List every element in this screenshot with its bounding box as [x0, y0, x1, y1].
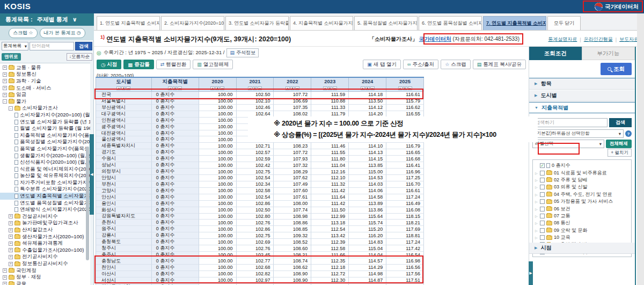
panel-collapse-handle[interactable]: ▶: [529, 261, 533, 285]
to-top-button[interactable]: 맨위로: [2, 53, 21, 61]
tree-expander-icon[interactable]: +: [9, 235, 13, 239]
table-row[interactable]: 경기도0 총지수100.00102.57107.72111.55114.1311…: [96, 149, 424, 156]
copy-share-button[interactable]: ▤통계표 복사/공유: [473, 60, 526, 69]
table-row[interactable]: 안산시0 총지수100.00102.54107.61111.64114.5811…: [96, 194, 424, 201]
tab-sheet-4[interactable]: 4. 지출목적별 소비자물가지수(…✕: [290, 16, 353, 30]
table-row[interactable]: 강릉시0 총지수100.00102.75109.32113.42116.2011…: [96, 232, 424, 239]
table-row[interactable]: 충청남도0 총지수100.00102.77108.74112.35114.571…: [96, 258, 424, 265]
tab-sheet-3[interactable]: 3. 연도별 소비자물가 등락률✕: [225, 16, 289, 30]
checkbox[interactable]: [540, 221, 545, 225]
checkbox[interactable]: [540, 214, 545, 218]
checkbox-checked[interactable]: ✓: [540, 163, 545, 168]
tree-item[interactable]: +과학 · 기술: [0, 78, 90, 85]
header-year-2020[interactable]: 2020▲▼▬: [199, 78, 237, 92]
table-row[interactable]: 세종특별자치시0 총지수100.00102.71108.23111.46114.…: [96, 143, 424, 149]
press-release-link[interactable]: 보도자료: [619, 36, 639, 43]
tree-item[interactable]: +전기공사비지수: [0, 254, 90, 261]
tree-expander-icon[interactable]: +: [3, 282, 7, 285]
checkbox[interactable]: [540, 207, 545, 211]
tree-expander-icon[interactable]: +: [3, 72, 7, 77]
sort-asc-icon[interactable]: ▲: [116, 86, 121, 90]
word-search-input[interactable]: 단어검색: [30, 42, 74, 50]
purpose-checkbox-item[interactable]: ✓0 총지수: [535, 162, 631, 169]
section-item[interactable]: ▶항목: [529, 78, 635, 90]
tree-expander-icon[interactable]: -: [9, 106, 13, 111]
tree-item[interactable]: +생산자물가조사(2020=100): [0, 233, 90, 240]
table-row[interactable]: 아산시0 총지수100.00102.82108.90112.72114.9811…: [96, 271, 424, 277]
tree-item[interactable]: 생활물가지수(2020=100) (월,분기: [0, 152, 90, 159]
header-city[interactable]: 도시별▲▼▬: [96, 78, 152, 92]
sort-desc-icon[interactable]: ▼: [328, 86, 332, 90]
checkbox[interactable]: [540, 178, 545, 182]
table-row[interactable]: 용인시0 총지수100.00102.86108.00111.42113.8911…: [96, 201, 424, 207]
table-row[interactable]: 원주시0 총지수100.00102.86108.85112.54115.2011…: [96, 226, 424, 232]
checkbox[interactable]: [540, 199, 545, 204]
sort-asc-icon[interactable]: ▲: [168, 86, 172, 90]
tree-expander-icon[interactable]: +: [9, 248, 13, 252]
tree-item[interactable]: +국민계정: [0, 267, 90, 274]
purpose-checkbox-item[interactable]: ▷07 교통: [535, 213, 631, 220]
tree-expander-icon[interactable]: +: [3, 86, 7, 90]
tree-item[interactable]: +석유제품가격통계: [0, 240, 90, 247]
unfreeze-button[interactable]: ▥열고정해제: [193, 60, 233, 69]
tree-item[interactable]: +정보통신공사비지수: [0, 260, 90, 267]
sort-desc-icon[interactable]: ▼: [365, 86, 370, 90]
tree-item[interactable]: +산지쌀값조사: [0, 226, 90, 233]
table-row[interactable]: 서산시0 총지수100.00102.97108.90112.30114.8711…: [96, 277, 424, 284]
tree-item[interactable]: 품목성질별 소비자물가지수(2020=: [0, 139, 90, 146]
tree-expander-icon[interactable]: +: [3, 93, 7, 97]
sub-option-select[interactable]: (기본값)하위옵션 선택안함▾: [532, 129, 624, 138]
chevron-down-icon[interactable]: ∨: [72, 16, 77, 23]
search-scope-select[interactable]: 통계목록▾: [2, 42, 28, 50]
table-row[interactable]: 청주시0 총지수100.00102.76108.60112.58115.0411…: [96, 245, 424, 252]
sort-ascending-button[interactable]: ↓오름차순: [67, 53, 92, 61]
new-tab-button[interactable]: ▣새 탭 열기: [363, 60, 401, 69]
tree-item[interactable]: 지출목적별 소비자물가지수(품목포: [0, 132, 90, 139]
pivot-button[interactable]: ⇄행렬전환: [156, 60, 191, 69]
tree-item[interactable]: +정부 · 재정: [0, 274, 90, 281]
purpose-checkbox-item[interactable]: ▷02 주류 및 담배: [535, 177, 631, 184]
sort-asc-icon[interactable]: ▲: [323, 86, 327, 90]
tree-item[interactable]: 식료품 및 에너지제외지수(2020=1: [0, 166, 90, 173]
tree-item[interactable]: -소비자물가조사: [0, 105, 90, 112]
tree-item[interactable]: 연쇄방식 소비자물가지수(2020=1: [0, 206, 90, 213]
tree-item[interactable]: 소비자물가지수(2020=100) (월,분: [0, 112, 90, 119]
purpose-search-button[interactable]: 검색: [609, 118, 632, 127]
tree-item[interactable]: 연도별 지출목적별 소비자물가지수: [0, 193, 90, 200]
query-button[interactable]: 조회: [601, 63, 632, 75]
section-city[interactable]: ▶도시별: [529, 90, 635, 101]
tree-item[interactable]: 품목별 소비자물가지수(품목성질별: [0, 145, 90, 152]
tab-sheet-7[interactable]: 7. 연도별 지출목적별 소비자물…✕: [483, 16, 546, 30]
tree-item[interactable]: +정보통신: [0, 71, 90, 78]
sort-asc-icon[interactable]: ▲: [248, 86, 252, 90]
tree-expander-icon[interactable]: +: [9, 228, 13, 232]
tab-sheet-2[interactable]: 2. 소비자물가지수(2020=100)✕: [161, 16, 224, 30]
gov-data-badge[interactable]: 국가데이터처: [591, 1, 642, 12]
tree-expander-icon[interactable]: -: [3, 99, 7, 104]
sort-clear-icon[interactable]: ▬: [220, 86, 224, 90]
sort-desc-icon[interactable]: ▼: [290, 86, 295, 90]
table-row[interactable]: 전국0 총지수100.00102.50107.72111.59114.18116…: [96, 92, 424, 98]
header-year-2022[interactable]: 2022▲▼▬: [274, 78, 311, 92]
section-purpose[interactable]: ▼지출목적별: [529, 102, 635, 113]
tab-query-conditions[interactable]: 조회조건: [529, 47, 582, 60]
table-row[interactable]: 춘천시0 총지수100.00102.76108.86113.18115.7411…: [96, 220, 424, 226]
address-button[interactable]: ∞주소/출처: [403, 60, 438, 69]
sort-clear-icon[interactable]: ▬: [295, 86, 299, 90]
online-pub-link[interactable]: 온라인간행물: [584, 36, 613, 43]
purpose-checkbox-item[interactable]: ▷08 통신: [535, 220, 631, 226]
tree-item[interactable]: 농산물 및 석유류제외지수(2020=1: [0, 173, 90, 180]
sort-desc-icon[interactable]: ▼: [121, 86, 126, 90]
table-row[interactable]: 안양시0 총지수100.00102.54107.62112.10114.5311…: [96, 175, 424, 181]
purpose-checkbox-item[interactable]: ▷04 주택, 수도, 전기 및 연료: [535, 191, 631, 198]
header-year-2025[interactable]: 2025▲▼▬: [386, 78, 424, 92]
purpose-checkbox-item[interactable]: ▷05 가정용품 및 가사 서비스: [535, 198, 631, 205]
sort-desc-icon[interactable]: ▼: [403, 86, 407, 90]
section-time[interactable]: ▶시점: [529, 243, 635, 254]
tree-item[interactable]: +건설공사비지수: [0, 213, 90, 220]
time-button[interactable]: ◷시점: [97, 60, 121, 69]
tree-item[interactable]: +수출입물가조사(2020=100): [0, 247, 90, 254]
sort-clear-icon[interactable]: ▬: [408, 86, 412, 90]
sort-desc-icon[interactable]: ▼: [253, 86, 257, 90]
tree-scrollbar[interactable]: [86, 147, 89, 260]
